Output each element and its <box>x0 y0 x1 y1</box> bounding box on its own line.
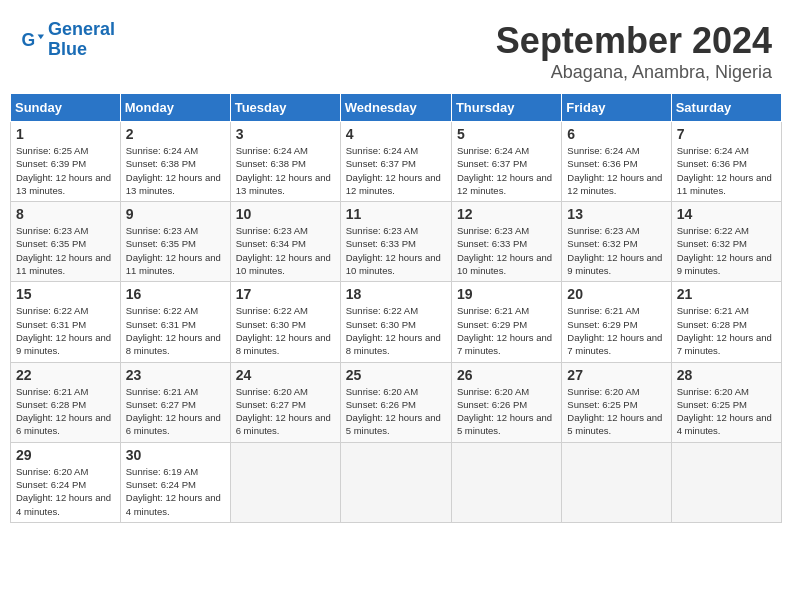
calendar-cell: 24Sunrise: 6:20 AM Sunset: 6:27 PM Dayli… <box>230 362 340 442</box>
calendar-cell: 13Sunrise: 6:23 AM Sunset: 6:32 PM Dayli… <box>562 202 671 282</box>
day-number: 23 <box>126 367 225 383</box>
day-number: 25 <box>346 367 446 383</box>
logo-icon: G <box>20 28 44 52</box>
calendar-cell: 16Sunrise: 6:22 AM Sunset: 6:31 PM Dayli… <box>120 282 230 362</box>
calendar-cell <box>562 442 671 522</box>
calendar-cell: 10Sunrise: 6:23 AM Sunset: 6:34 PM Dayli… <box>230 202 340 282</box>
day-info: Sunrise: 6:24 AM Sunset: 6:36 PM Dayligh… <box>677 144 776 197</box>
calendar-cell: 6Sunrise: 6:24 AM Sunset: 6:36 PM Daylig… <box>562 122 671 202</box>
day-number: 26 <box>457 367 556 383</box>
week-row-4: 22Sunrise: 6:21 AM Sunset: 6:28 PM Dayli… <box>11 362 782 442</box>
week-row-2: 8Sunrise: 6:23 AM Sunset: 6:35 PM Daylig… <box>11 202 782 282</box>
calendar-cell <box>671 442 781 522</box>
month-title: September 2024 <box>496 20 772 62</box>
calendar-cell: 29Sunrise: 6:20 AM Sunset: 6:24 PM Dayli… <box>11 442 121 522</box>
header-sunday: Sunday <box>11 94 121 122</box>
day-info: Sunrise: 6:24 AM Sunset: 6:36 PM Dayligh… <box>567 144 665 197</box>
day-info: Sunrise: 6:21 AM Sunset: 6:27 PM Dayligh… <box>126 385 225 438</box>
day-info: Sunrise: 6:22 AM Sunset: 6:31 PM Dayligh… <box>126 304 225 357</box>
calendar-cell <box>340 442 451 522</box>
svg-text:G: G <box>22 29 36 49</box>
day-number: 6 <box>567 126 665 142</box>
calendar-header-row: SundayMondayTuesdayWednesdayThursdayFrid… <box>11 94 782 122</box>
logo-general: General <box>48 19 115 39</box>
day-info: Sunrise: 6:22 AM Sunset: 6:31 PM Dayligh… <box>16 304 115 357</box>
calendar-cell: 21Sunrise: 6:21 AM Sunset: 6:28 PM Dayli… <box>671 282 781 362</box>
day-number: 21 <box>677 286 776 302</box>
calendar-cell: 18Sunrise: 6:22 AM Sunset: 6:30 PM Dayli… <box>340 282 451 362</box>
title-section: September 2024 Abagana, Anambra, Nigeria <box>496 20 772 83</box>
day-number: 22 <box>16 367 115 383</box>
calendar-cell: 9Sunrise: 6:23 AM Sunset: 6:35 PM Daylig… <box>120 202 230 282</box>
day-info: Sunrise: 6:23 AM Sunset: 6:33 PM Dayligh… <box>346 224 446 277</box>
day-info: Sunrise: 6:24 AM Sunset: 6:37 PM Dayligh… <box>346 144 446 197</box>
day-number: 7 <box>677 126 776 142</box>
day-number: 12 <box>457 206 556 222</box>
calendar-cell: 19Sunrise: 6:21 AM Sunset: 6:29 PM Dayli… <box>451 282 561 362</box>
day-number: 2 <box>126 126 225 142</box>
calendar-cell: 23Sunrise: 6:21 AM Sunset: 6:27 PM Dayli… <box>120 362 230 442</box>
calendar-cell <box>230 442 340 522</box>
day-number: 1 <box>16 126 115 142</box>
svg-marker-1 <box>38 34 44 39</box>
day-info: Sunrise: 6:23 AM Sunset: 6:33 PM Dayligh… <box>457 224 556 277</box>
page-header: G General Blue September 2024 Abagana, A… <box>10 10 782 88</box>
day-number: 4 <box>346 126 446 142</box>
calendar-cell: 12Sunrise: 6:23 AM Sunset: 6:33 PM Dayli… <box>451 202 561 282</box>
calendar-cell: 14Sunrise: 6:22 AM Sunset: 6:32 PM Dayli… <box>671 202 781 282</box>
day-info: Sunrise: 6:23 AM Sunset: 6:34 PM Dayligh… <box>236 224 335 277</box>
day-info: Sunrise: 6:21 AM Sunset: 6:29 PM Dayligh… <box>457 304 556 357</box>
location-title: Abagana, Anambra, Nigeria <box>496 62 772 83</box>
header-wednesday: Wednesday <box>340 94 451 122</box>
calendar-cell: 28Sunrise: 6:20 AM Sunset: 6:25 PM Dayli… <box>671 362 781 442</box>
day-number: 27 <box>567 367 665 383</box>
day-number: 9 <box>126 206 225 222</box>
day-number: 28 <box>677 367 776 383</box>
header-thursday: Thursday <box>451 94 561 122</box>
calendar: SundayMondayTuesdayWednesdayThursdayFrid… <box>10 93 782 523</box>
day-info: Sunrise: 6:25 AM Sunset: 6:39 PM Dayligh… <box>16 144 115 197</box>
header-friday: Friday <box>562 94 671 122</box>
day-info: Sunrise: 6:22 AM Sunset: 6:30 PM Dayligh… <box>346 304 446 357</box>
day-number: 13 <box>567 206 665 222</box>
day-info: Sunrise: 6:21 AM Sunset: 6:28 PM Dayligh… <box>16 385 115 438</box>
day-info: Sunrise: 6:20 AM Sunset: 6:24 PM Dayligh… <box>16 465 115 518</box>
day-number: 16 <box>126 286 225 302</box>
calendar-cell <box>451 442 561 522</box>
day-info: Sunrise: 6:23 AM Sunset: 6:32 PM Dayligh… <box>567 224 665 277</box>
day-info: Sunrise: 6:20 AM Sunset: 6:25 PM Dayligh… <box>567 385 665 438</box>
day-info: Sunrise: 6:20 AM Sunset: 6:26 PM Dayligh… <box>457 385 556 438</box>
calendar-cell: 8Sunrise: 6:23 AM Sunset: 6:35 PM Daylig… <box>11 202 121 282</box>
day-info: Sunrise: 6:22 AM Sunset: 6:30 PM Dayligh… <box>236 304 335 357</box>
calendar-cell: 25Sunrise: 6:20 AM Sunset: 6:26 PM Dayli… <box>340 362 451 442</box>
logo-blue: Blue <box>48 39 87 59</box>
calendar-cell: 3Sunrise: 6:24 AM Sunset: 6:38 PM Daylig… <box>230 122 340 202</box>
logo: G General Blue <box>20 20 115 60</box>
calendar-cell: 20Sunrise: 6:21 AM Sunset: 6:29 PM Dayli… <box>562 282 671 362</box>
day-number: 19 <box>457 286 556 302</box>
day-info: Sunrise: 6:19 AM Sunset: 6:24 PM Dayligh… <box>126 465 225 518</box>
day-info: Sunrise: 6:24 AM Sunset: 6:38 PM Dayligh… <box>236 144 335 197</box>
week-row-1: 1Sunrise: 6:25 AM Sunset: 6:39 PM Daylig… <box>11 122 782 202</box>
day-number: 8 <box>16 206 115 222</box>
day-number: 29 <box>16 447 115 463</box>
week-row-3: 15Sunrise: 6:22 AM Sunset: 6:31 PM Dayli… <box>11 282 782 362</box>
calendar-cell: 17Sunrise: 6:22 AM Sunset: 6:30 PM Dayli… <box>230 282 340 362</box>
week-row-5: 29Sunrise: 6:20 AM Sunset: 6:24 PM Dayli… <box>11 442 782 522</box>
day-info: Sunrise: 6:20 AM Sunset: 6:26 PM Dayligh… <box>346 385 446 438</box>
day-info: Sunrise: 6:23 AM Sunset: 6:35 PM Dayligh… <box>16 224 115 277</box>
header-monday: Monday <box>120 94 230 122</box>
day-info: Sunrise: 6:23 AM Sunset: 6:35 PM Dayligh… <box>126 224 225 277</box>
day-info: Sunrise: 6:20 AM Sunset: 6:25 PM Dayligh… <box>677 385 776 438</box>
logo-text: General Blue <box>48 20 115 60</box>
calendar-cell: 26Sunrise: 6:20 AM Sunset: 6:26 PM Dayli… <box>451 362 561 442</box>
day-number: 5 <box>457 126 556 142</box>
day-number: 18 <box>346 286 446 302</box>
header-saturday: Saturday <box>671 94 781 122</box>
day-number: 14 <box>677 206 776 222</box>
day-info: Sunrise: 6:21 AM Sunset: 6:28 PM Dayligh… <box>677 304 776 357</box>
day-number: 10 <box>236 206 335 222</box>
day-info: Sunrise: 6:21 AM Sunset: 6:29 PM Dayligh… <box>567 304 665 357</box>
calendar-cell: 1Sunrise: 6:25 AM Sunset: 6:39 PM Daylig… <box>11 122 121 202</box>
calendar-cell: 22Sunrise: 6:21 AM Sunset: 6:28 PM Dayli… <box>11 362 121 442</box>
